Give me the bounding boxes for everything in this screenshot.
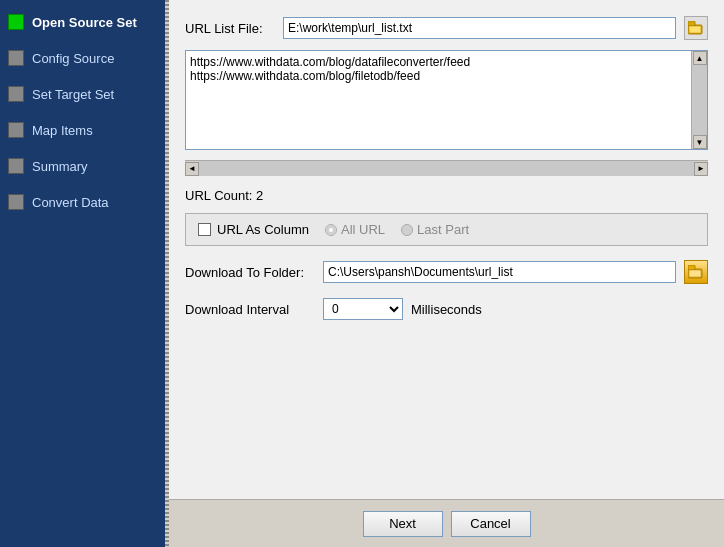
sidebar-item-set-target-set[interactable]: Set Target Set: [0, 76, 165, 112]
config-source-icon: [8, 50, 24, 66]
convert-data-icon: [8, 194, 24, 210]
all-url-label: All URL: [341, 222, 385, 237]
folder-browse-icon: [688, 265, 704, 279]
hscroll-track[interactable]: [199, 161, 694, 176]
sidebar-item-label: Config Source: [32, 51, 114, 66]
milliseconds-label: Milliseconds: [411, 302, 482, 317]
url-count-row: URL Count: 2: [185, 188, 708, 203]
download-interval-label: Download Interval: [185, 302, 315, 317]
browse-icon: [688, 21, 704, 35]
url-textarea-container: https://www.withdata.com/blog/datafileco…: [185, 50, 708, 150]
sidebar-item-config-source[interactable]: Config Source: [0, 40, 165, 76]
scroll-track[interactable]: [692, 65, 707, 135]
download-folder-browse-button[interactable]: [684, 260, 708, 284]
url-textarea[interactable]: https://www.withdata.com/blog/datafileco…: [186, 51, 691, 149]
horizontal-scrollbar[interactable]: ◄ ►: [185, 160, 708, 176]
map-items-icon: [8, 122, 24, 138]
url-list-file-label: URL List File:: [185, 21, 275, 36]
url-count-label: URL Count: 2: [185, 188, 263, 203]
all-url-radio[interactable]: [325, 224, 337, 236]
last-part-radio[interactable]: [401, 224, 413, 236]
summary-icon: [8, 158, 24, 174]
scroll-down-arrow[interactable]: ▼: [693, 135, 707, 149]
cancel-button[interactable]: Cancel: [451, 511, 531, 537]
scroll-left-arrow[interactable]: ◄: [185, 162, 199, 176]
last-part-label: Last Part: [417, 222, 469, 237]
url-as-column-checkbox[interactable]: [198, 223, 211, 236]
sidebar-item-summary[interactable]: Summary: [0, 148, 165, 184]
footer: Next Cancel: [169, 499, 724, 547]
sidebar-item-label: Convert Data: [32, 195, 109, 210]
download-folder-input[interactable]: [323, 261, 676, 283]
svg-rect-4: [688, 265, 695, 270]
svg-rect-2: [689, 26, 701, 33]
download-interval-select[interactable]: 0 100 500 1000: [323, 298, 403, 320]
url-list-file-input[interactable]: [283, 17, 676, 39]
url-list-browse-button[interactable]: [684, 16, 708, 40]
main-panel: URL List File: https://www.withdata.com/…: [169, 0, 724, 499]
all-url-option[interactable]: All URL: [325, 222, 385, 237]
sidebar-item-label: Summary: [32, 159, 88, 174]
svg-rect-1: [688, 21, 695, 26]
sidebar-item-label: Open Source Set: [32, 15, 137, 30]
url-radio-group: All URL Last Part: [325, 222, 469, 237]
scroll-up-arrow[interactable]: ▲: [693, 51, 707, 65]
url-as-column-row: URL As Column: [198, 222, 309, 237]
url-as-column-label: URL As Column: [217, 222, 309, 237]
set-target-set-icon: [8, 86, 24, 102]
url-list-file-row: URL List File:: [185, 16, 708, 40]
download-folder-row: Download To Folder:: [185, 260, 708, 284]
sidebar: Open Source Set Config Source Set Target…: [0, 0, 165, 547]
last-part-option[interactable]: Last Part: [401, 222, 469, 237]
sidebar-item-label: Set Target Set: [32, 87, 114, 102]
sidebar-item-map-items[interactable]: Map Items: [0, 112, 165, 148]
download-interval-row: Download Interval 0 100 500 1000 Millise…: [185, 298, 708, 320]
scroll-right-arrow[interactable]: ►: [694, 162, 708, 176]
next-button[interactable]: Next: [363, 511, 443, 537]
sidebar-item-convert-data[interactable]: Convert Data: [0, 184, 165, 220]
open-source-set-icon: [8, 14, 24, 30]
download-folder-label: Download To Folder:: [185, 265, 315, 280]
sidebar-item-label: Map Items: [32, 123, 93, 138]
vertical-scrollbar[interactable]: ▲ ▼: [691, 51, 707, 149]
svg-rect-5: [689, 270, 701, 277]
sidebar-item-open-source-set[interactable]: Open Source Set: [0, 4, 165, 40]
options-panel: URL As Column All URL Last Part: [185, 213, 708, 246]
